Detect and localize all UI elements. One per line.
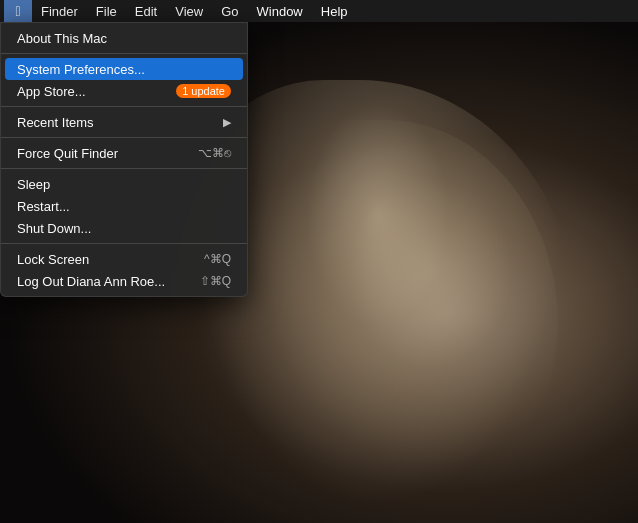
submenu-arrow-icon: ▶ bbox=[223, 116, 231, 129]
apple-icon:  bbox=[15, 3, 20, 19]
menu-separator-2 bbox=[1, 106, 247, 107]
menubar-view[interactable]: View bbox=[166, 0, 212, 22]
menubar:  Finder File Edit View Go Window Help bbox=[0, 0, 638, 22]
force-quit-shortcut: ⌥⌘⎋ bbox=[198, 146, 231, 160]
lock-screen-shortcut: ^⌘Q bbox=[204, 252, 231, 266]
menubar-file[interactable]: File bbox=[87, 0, 126, 22]
menu-separator-5 bbox=[1, 243, 247, 244]
menu-item-shutdown[interactable]: Shut Down... bbox=[1, 217, 247, 239]
menubar-finder[interactable]: Finder bbox=[32, 0, 87, 22]
menu-item-force-quit[interactable]: Force Quit Finder ⌥⌘⎋ bbox=[1, 142, 247, 164]
menu-item-sleep[interactable]: Sleep bbox=[1, 173, 247, 195]
menu-item-app-store[interactable]: App Store... 1 update bbox=[1, 80, 247, 102]
logout-shortcut: ⇧⌘Q bbox=[200, 274, 231, 288]
menu-item-lock-screen[interactable]: Lock Screen ^⌘Q bbox=[1, 248, 247, 270]
menu-item-logout[interactable]: Log Out Diana Ann Roe... ⇧⌘Q bbox=[1, 270, 247, 292]
menu-item-recent-items[interactable]: Recent Items ▶ bbox=[1, 111, 247, 133]
menu-separator-1 bbox=[1, 53, 247, 54]
menu-separator-4 bbox=[1, 168, 247, 169]
menubar-help[interactable]: Help bbox=[312, 0, 357, 22]
app-store-badge: 1 update bbox=[176, 84, 231, 98]
menu-item-restart[interactable]: Restart... bbox=[1, 195, 247, 217]
menubar-go[interactable]: Go bbox=[212, 0, 247, 22]
menubar-edit[interactable]: Edit bbox=[126, 0, 166, 22]
menubar-window[interactable]: Window bbox=[248, 0, 312, 22]
menu-item-about[interactable]: About This Mac bbox=[1, 27, 247, 49]
apple-dropdown-menu: About This Mac System Preferences... App… bbox=[0, 22, 248, 297]
menu-separator-3 bbox=[1, 137, 247, 138]
apple-menu-button[interactable]:  bbox=[4, 0, 32, 22]
menu-item-system-preferences[interactable]: System Preferences... bbox=[5, 58, 243, 80]
